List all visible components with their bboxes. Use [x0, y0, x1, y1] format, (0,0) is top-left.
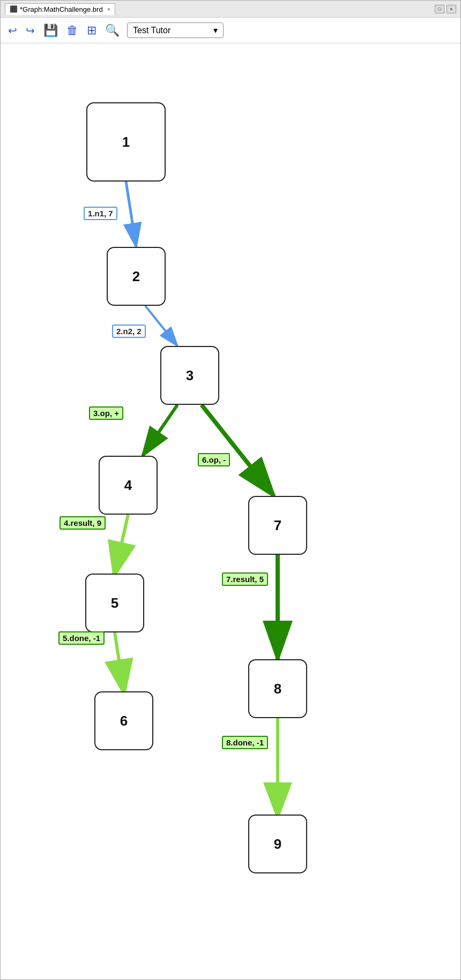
edge-label-3op: 3.op, +	[89, 406, 123, 420]
node-1[interactable]: 1	[86, 102, 166, 182]
node-8-label: 8	[274, 681, 281, 697]
node-3-label: 3	[186, 367, 194, 384]
delete-button[interactable]: 🗑	[65, 24, 79, 37]
add-button[interactable]: ⊞	[86, 24, 98, 37]
main-window: ⬛ *Graph:MathChallenge.brd × □ × ↩ ↪ 💾 🗑…	[0, 0, 461, 980]
tab-title: *Graph:MathChallenge.brd	[20, 5, 103, 13]
svg-line-3	[126, 182, 136, 247]
node-6-label: 6	[120, 713, 128, 729]
undo-button[interactable]: ↩	[7, 24, 18, 37]
window-controls: □ ×	[435, 5, 456, 13]
search-button[interactable]: 🔍	[104, 24, 121, 37]
maximize-button[interactable]: □	[435, 5, 444, 13]
tutor-dropdown[interactable]: Test Tutor ▾	[127, 22, 224, 38]
edge-label-1n1: 1.n1, 7	[84, 207, 117, 220]
node-5[interactable]: 5	[85, 574, 144, 632]
node-7[interactable]: 7	[248, 496, 307, 555]
close-tab-button[interactable]: ×	[107, 6, 110, 12]
node-3[interactable]: 3	[160, 346, 219, 405]
svg-line-4	[145, 306, 177, 346]
edge-label-5done: 5.done, -1	[58, 631, 105, 645]
close-button[interactable]: ×	[447, 5, 456, 13]
node-9[interactable]: 9	[248, 815, 307, 873]
title-bar: ⬛ *Graph:MathChallenge.brd × □ ×	[1, 1, 460, 18]
node-6[interactable]: 6	[94, 691, 153, 750]
edge-label-6op: 6.op, -	[198, 453, 230, 466]
graph-icon: ⬛	[10, 5, 18, 13]
node-1-label: 1	[122, 134, 130, 150]
node-7-label: 7	[274, 517, 281, 534]
edge-label-7result: 7.result, 5	[222, 572, 268, 586]
save-button[interactable]: 💾	[42, 24, 59, 37]
toolbar: ↩ ↪ 💾 🗑 ⊞ 🔍 Test Tutor ▾	[1, 18, 460, 43]
chevron-down-icon: ▾	[213, 25, 218, 35]
node-8[interactable]: 8	[248, 659, 307, 718]
title-tab[interactable]: ⬛ *Graph:MathChallenge.brd ×	[5, 3, 115, 15]
svg-line-6	[202, 405, 274, 496]
arrows-svg	[1, 43, 460, 979]
edge-label-2n2: 2.n2, 2	[112, 325, 146, 338]
edge-label-4result: 4.result, 9	[60, 516, 106, 530]
node-5-label: 5	[111, 595, 118, 612]
node-9-label: 9	[274, 836, 281, 853]
node-4[interactable]: 4	[99, 456, 158, 515]
redo-button[interactable]: ↪	[25, 24, 36, 37]
graph-canvas: 1 2 3 4 5 6 7 8 9 1.n1, 7 2.n2, 2	[1, 43, 460, 979]
node-4-label: 4	[124, 477, 132, 494]
node-2-label: 2	[132, 268, 140, 285]
edge-label-8done: 8.done, -1	[222, 736, 268, 749]
node-2[interactable]: 2	[107, 247, 166, 306]
svg-line-5	[143, 405, 177, 456]
dropdown-label: Test Tutor	[133, 26, 170, 35]
svg-line-7	[115, 515, 128, 574]
svg-line-8	[115, 632, 124, 691]
